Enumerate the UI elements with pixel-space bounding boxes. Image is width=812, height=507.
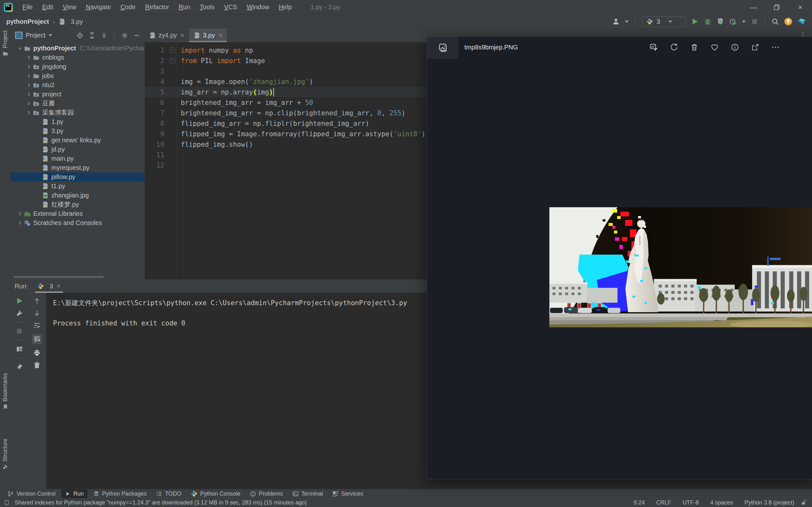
clear-icon[interactable] <box>33 361 41 369</box>
info-icon[interactable] <box>730 43 740 52</box>
close-icon[interactable]: × <box>218 32 222 40</box>
close-icon[interactable]: × <box>56 282 61 290</box>
tree-item-豆瓣[interactable]: 豆瓣 <box>11 99 144 108</box>
tree-item-get-news-links-py[interactable]: get news' links.py <box>11 135 144 145</box>
tree-item-main-py[interactable]: main.py <box>11 154 144 163</box>
tree-item-cnblogs[interactable]: cnblogs <box>11 53 144 62</box>
toolwindow-button-run[interactable]: Run <box>61 489 88 498</box>
delete-icon[interactable] <box>690 43 699 52</box>
chevron-right-icon[interactable] <box>24 73 33 78</box>
locate-icon[interactable] <box>77 32 83 39</box>
editor-tab-zy4-py[interactable]: zy4.py× <box>145 29 189 42</box>
tree-item-采集博客园[interactable]: 采集博客园 <box>11 108 144 117</box>
project-view-selector[interactable]: Project <box>26 32 45 39</box>
down-arrow-icon[interactable] <box>33 309 41 317</box>
toolwindow-button-python-console[interactable]: Python Console <box>187 489 244 498</box>
stripe-project[interactable]: Project <box>0 31 10 56</box>
toolwindow-button-python-packages[interactable]: Python Packages <box>90 489 150 498</box>
more-icon[interactable] <box>771 43 780 52</box>
tree-item-myrequest-py[interactable]: myrequest.py <box>11 163 144 172</box>
tree-item-jd-py[interactable]: jd.py <box>11 145 144 154</box>
menu-tools[interactable]: Tools <box>195 3 219 11</box>
tree-item-project[interactable]: project <box>11 90 144 99</box>
edit-image-icon[interactable] <box>649 43 658 52</box>
chevron-right-icon[interactable] <box>24 82 33 88</box>
background-tasks-icon[interactable] <box>4 500 10 505</box>
close-icon[interactable]: × <box>181 32 185 40</box>
status-widget-crlf[interactable]: CRLF <box>656 499 671 506</box>
minimize-button[interactable]: — <box>742 0 765 14</box>
print-icon[interactable] <box>33 349 41 356</box>
menu-window[interactable]: Window <box>242 3 274 11</box>
run-tab[interactable]: 3 × <box>38 279 61 293</box>
status-widget-python-3-8-project[interactable]: Python 3.8 (project) <box>745 499 794 506</box>
scroll-end-icon[interactable] <box>32 334 42 344</box>
tree-item-pythonproject[interactable]: pythonProjectC:\Users\admin\Pycharml <box>11 44 144 53</box>
tree-item-红楼梦-py[interactable]: 红楼梦.py <box>11 200 144 209</box>
tree-item-jobs[interactable]: jobs <box>11 71 144 80</box>
menu-run[interactable]: Run <box>174 3 195 11</box>
status-widget-5-24[interactable]: 5:24 <box>634 499 645 506</box>
menu-view[interactable]: View <box>58 3 81 11</box>
menu-file[interactable]: File <box>18 3 38 11</box>
chevron-right-icon[interactable] <box>15 211 24 216</box>
breadcrumb-file[interactable]: 3.py <box>71 18 83 25</box>
menu-edit[interactable]: Edit <box>38 3 58 11</box>
editor-tab-3-py[interactable]: 3.py× <box>189 29 227 42</box>
tree-item-t1-py[interactable]: t1.py <box>11 181 144 191</box>
status-widget-utf-8[interactable]: UTF-8 <box>682 499 699 506</box>
menu-navigate[interactable]: Navigate <box>81 3 116 11</box>
tree-item-external-libraries[interactable]: External Libraries <box>11 209 144 218</box>
up-arrow-icon[interactable] <box>33 297 41 304</box>
toolwindow-button-services[interactable]: Services <box>328 489 367 498</box>
stripe-structure[interactable]: Structure <box>0 439 10 470</box>
toolbox-icon[interactable] <box>798 17 806 26</box>
breadcrumb-project[interactable]: pythonProject <box>6 18 49 25</box>
chevron-right-icon[interactable] <box>24 55 33 60</box>
chevron-right-icon[interactable] <box>15 220 24 226</box>
expand-all-icon[interactable] <box>89 32 95 39</box>
update-icon[interactable] <box>784 17 792 26</box>
rotate-icon[interactable] <box>669 43 679 52</box>
layout-icon[interactable] <box>16 345 23 353</box>
stop-icon[interactable] <box>15 327 23 335</box>
status-message[interactable]: Shared indexes for Python package "numpy… <box>14 499 307 506</box>
pin-icon[interactable] <box>16 363 23 371</box>
toolwindow-button-version-control[interactable]: Version Control <box>4 489 59 498</box>
tree-item-zhangjian-jpg[interactable]: zhangjian.jpg <box>11 191 144 200</box>
unlock-icon[interactable] <box>801 499 807 506</box>
tree-item-jingdong[interactable]: jingdong <box>11 62 144 71</box>
favorite-icon[interactable] <box>710 43 719 52</box>
chevron-right-icon[interactable] <box>24 92 33 97</box>
toolwindow-button-todo[interactable]: TODO <box>152 489 185 498</box>
tree-item-1-py[interactable]: 1.py <box>11 117 144 126</box>
fold-marker-icon[interactable] <box>170 58 175 63</box>
menu-help[interactable]: Help <box>274 3 297 11</box>
stripe-bookmarks[interactable]: Bookmarks <box>0 373 10 410</box>
user-icon[interactable] <box>612 18 620 25</box>
soft-wrap-icon[interactable] <box>33 322 41 329</box>
horizontal-scrollbar[interactable] <box>13 276 104 278</box>
menu-code[interactable]: Code <box>116 3 141 11</box>
coverage-icon[interactable] <box>716 18 724 25</box>
run-config-selector[interactable]: 3 <box>642 16 686 27</box>
minus-icon[interactable] <box>134 32 140 39</box>
tree-item-ntu2[interactable]: ntu2 <box>11 80 144 90</box>
tree-item-3-py[interactable]: 3.py <box>11 126 144 135</box>
close-button[interactable]: × <box>789 0 812 14</box>
chevron-right-icon[interactable] <box>24 101 33 106</box>
menu-refactor[interactable]: Refactor <box>140 3 174 11</box>
rerun-icon[interactable] <box>16 297 23 304</box>
search-icon[interactable] <box>771 18 779 25</box>
toolwindow-button-terminal[interactable]: Terminal <box>289 489 327 498</box>
collapse-all-icon[interactable] <box>101 32 107 39</box>
tree-item-pillow-py[interactable]: pillow.py <box>11 172 144 181</box>
chevron-down-icon[interactable] <box>15 46 24 51</box>
profiler-icon[interactable] <box>729 18 737 25</box>
menu-vcs[interactable]: VCS <box>219 3 242 11</box>
status-widget-4-spaces[interactable]: 4 spaces <box>710 499 733 506</box>
run-icon[interactable] <box>691 18 699 25</box>
wrench-icon[interactable] <box>16 309 23 317</box>
stop-icon[interactable] <box>751 18 758 25</box>
debug-icon[interactable] <box>704 18 711 25</box>
